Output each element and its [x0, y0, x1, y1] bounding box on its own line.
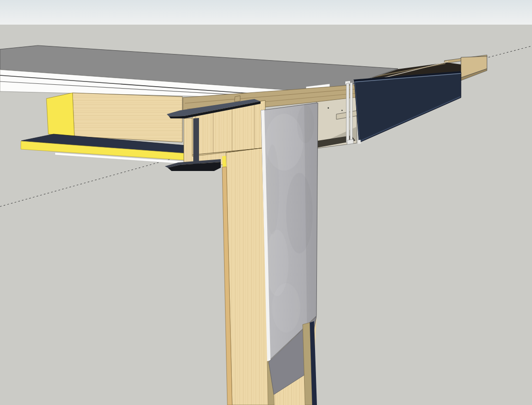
screw-dot [328, 108, 329, 109]
column-panel-mottle [265, 103, 318, 333]
model-viewport[interactable] [0, 0, 532, 405]
hanger-post [350, 82, 352, 143]
model-canvas [0, 0, 532, 405]
navy-corner-foot [358, 140, 361, 144]
beam-end-cap-yellow [46, 93, 74, 136]
hanger-post [346, 83, 349, 143]
screw-dot [342, 110, 343, 111]
steel-web [193, 118, 199, 164]
beam-face [72, 93, 182, 142]
sky-band [0, 0, 532, 25]
column-yellow-sliver [222, 156, 226, 168]
roof-edge-board-tab [234, 96, 240, 102]
hanger-post-foot [347, 139, 353, 144]
wood-beam [46, 93, 182, 142]
